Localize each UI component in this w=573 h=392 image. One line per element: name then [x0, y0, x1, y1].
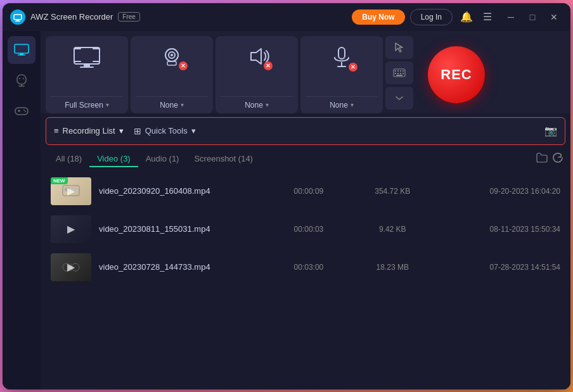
app-window: AWZ Screen Recorder Free Buy Now Log In … — [3, 3, 570, 389]
recording-date-3: 07-28-2023 14:51:54 — [434, 263, 560, 272]
svg-rect-32 — [397, 73, 399, 74]
filter-tab-video[interactable]: Video (3) — [89, 151, 138, 167]
recording-info-3: video_20230728_144733.mp4 00:03:00 18.23… — [99, 262, 560, 272]
filter-tabs-left: All (18) Video (3) Audio (1) Screenshot … — [48, 151, 261, 167]
sidebar-item-gamepad[interactable] — [8, 97, 35, 125]
sidebar — [3, 31, 41, 389]
filter-tab-screenshot[interactable]: Screenshot (14) — [186, 151, 261, 167]
svg-rect-5 — [20, 53, 23, 54]
svg-rect-28 — [397, 70, 399, 72]
svg-rect-2 — [16, 20, 19, 21]
fullscreen-label: Full Screen — [65, 101, 103, 110]
filter-tabs: All (18) Video (3) Audio (1) Screenshot … — [41, 149, 570, 170]
header-right-icons: 📷 — [544, 125, 557, 137]
filter-tab-all[interactable]: All (18) — [48, 151, 89, 167]
menu-icon[interactable]: ☰ — [480, 9, 494, 24]
fullscreen-dropdown-arrow[interactable]: ▾ — [106, 101, 109, 108]
toolbar-item-mic[interactable]: ✕ None ▾ — [300, 36, 383, 113]
sidebar-item-audio[interactable] — [8, 66, 35, 94]
notification-icon[interactable]: 🔔 — [458, 9, 475, 24]
free-badge: Free — [118, 12, 140, 22]
rec-button[interactable]: REC — [428, 46, 485, 103]
svg-rect-35 — [396, 75, 402, 76]
svg-rect-27 — [395, 70, 396, 72]
svg-point-9 — [23, 78, 24, 79]
recording-name-3: video_20230728_144733.mp4 — [99, 262, 267, 272]
cursor-tool-button[interactable] — [385, 36, 413, 59]
webcam-dropdown-arrow[interactable]: ▾ — [181, 101, 184, 108]
svg-rect-6 — [18, 54, 25, 56]
log-in-button[interactable]: Log In — [410, 9, 453, 25]
buy-now-button[interactable]: Buy Now — [352, 9, 404, 25]
recording-list-button[interactable]: ≡ Recording List ▾ — [54, 126, 124, 136]
play-overlay-3: ▶ — [51, 253, 91, 281]
svg-rect-23 — [338, 47, 345, 59]
mic-label: None — [330, 101, 348, 110]
svg-rect-31 — [395, 73, 396, 74]
table-row[interactable]: NEW ▶ video_20230920_160408.mp4 00:00:09… — [41, 172, 570, 210]
sidebar-item-screen[interactable] — [8, 36, 35, 64]
toolbar-item-fullscreen[interactable]: Full Screen ▾ — [46, 36, 128, 113]
title-bar-right: Buy Now Log In 🔔 ☰ ─ □ ✕ — [352, 8, 563, 26]
recording-size-2: 9.42 KB — [351, 225, 434, 234]
play-overlay-1: ▶ — [51, 177, 91, 205]
recording-duration-2: 00:00:03 — [267, 225, 351, 234]
right-panel: Full Screen ▾ — [41, 31, 570, 389]
recording-size-3: 18.23 MB — [351, 263, 434, 272]
svg-point-20 — [171, 54, 173, 56]
table-row[interactable]: ▶ video_20230811_155031.mp4 00:00:03 9.4… — [41, 210, 570, 248]
toolbar-item-speaker[interactable]: ✕ None ▾ — [216, 36, 298, 113]
app-title: AWZ Screen Recorder — [30, 12, 113, 22]
recording-header: ≡ Recording List ▾ ⊞ Quick Tools ▾ 📷 — [46, 117, 565, 145]
recording-info-2: video_20230811_155031.mp4 00:00:03 9.42 … — [99, 224, 560, 234]
filter-tab-icons — [536, 153, 563, 165]
svg-marker-22 — [251, 49, 261, 64]
rec-area: REC — [418, 36, 494, 113]
recording-name-1: video_20230920_160408.mp4 — [99, 186, 267, 196]
minimize-button[interactable]: ─ — [502, 8, 520, 26]
svg-point-14 — [25, 111, 26, 112]
svg-rect-30 — [402, 70, 404, 72]
filter-tab-audio[interactable]: Audio (1) — [138, 151, 187, 167]
speaker-dropdown-arrow[interactable]: ▾ — [266, 101, 269, 108]
more-tool-button[interactable] — [385, 87, 413, 110]
quick-tools-icon: ⊞ — [134, 126, 141, 136]
maximize-button[interactable]: □ — [524, 8, 541, 26]
webcam-label: None — [160, 101, 178, 110]
keyboard-tool-button[interactable] — [385, 61, 413, 84]
screenshot-icon[interactable]: 📷 — [544, 125, 557, 137]
table-row[interactable]: ▶ video_20230728_144733.mp4 00:03:00 18.… — [41, 248, 570, 286]
svg-rect-29 — [400, 70, 401, 72]
toolbar-item-webcam[interactable]: ✕ None ▾ — [131, 36, 213, 113]
recording-list: NEW ▶ video_20230920_160408.mp4 00:00:09… — [41, 170, 570, 389]
fullscreen-icon — [72, 46, 102, 74]
toolbar-right-tools — [385, 36, 416, 113]
refresh-icon[interactable] — [553, 153, 563, 165]
open-folder-icon[interactable] — [536, 153, 548, 165]
svg-point-13 — [23, 110, 25, 111]
recording-duration-1: 00:00:09 — [267, 187, 351, 196]
recording-size-1: 354.72 KB — [351, 187, 434, 196]
recording-section: ≡ Recording List ▾ ⊞ Quick Tools ▾ 📷 — [41, 113, 570, 389]
recording-date-2: 08-11-2023 15:50:34 — [434, 225, 560, 234]
recording-list-icon: ≡ — [54, 126, 59, 136]
close-button[interactable]: ✕ — [545, 8, 563, 26]
toolbar: Full Screen ▾ — [41, 31, 570, 113]
quick-tools-arrow: ▾ — [191, 126, 196, 136]
recording-header-left: ≡ Recording List ▾ ⊞ Quick Tools ▾ — [54, 126, 196, 136]
recording-list-arrow: ▾ — [119, 126, 124, 136]
rec-label: REC — [441, 66, 472, 83]
webcam-label-row: None ▾ — [136, 96, 208, 113]
svg-rect-10 — [15, 108, 28, 115]
recording-name-2: video_20230811_155031.mp4 — [99, 224, 267, 234]
speaker-label-row: None ▾ — [221, 96, 293, 113]
mic-dropdown-arrow[interactable]: ▾ — [351, 101, 354, 108]
svg-point-8 — [19, 78, 20, 79]
recording-duration-3: 00:03:00 — [267, 263, 351, 272]
speaker-icon: ✕ — [243, 46, 270, 74]
play-overlay-2: ▶ — [51, 215, 91, 243]
quick-tools-button[interactable]: ⊞ Quick Tools ▾ — [134, 126, 196, 136]
speaker-label: None — [245, 101, 263, 110]
title-bar-left: AWZ Screen Recorder Free — [10, 9, 181, 25]
svg-rect-3 — [15, 21, 20, 22]
